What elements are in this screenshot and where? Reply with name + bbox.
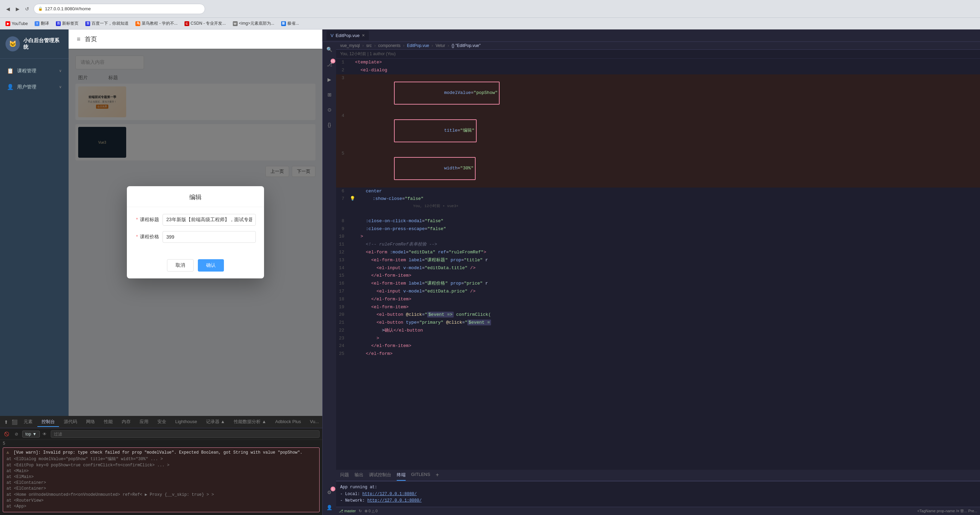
sync-icon[interactable]: ↻ (359, 509, 362, 513)
tab-lighthouse[interactable]: Lighthouse (171, 418, 201, 426)
breadcrumb-part-5[interactable]: Vetur (436, 43, 445, 48)
extensions-icon[interactable]: ⊞ (325, 90, 334, 99)
forward-button[interactable]: ▶ (14, 5, 21, 13)
devtools-tab-bar: ⬆ ⬛ 元素 控制台 源代码 网络 性能 内存 应用 安全 Lighthouse… (0, 416, 322, 428)
line-num-1: 1 (336, 59, 350, 66)
line-num-24: 24 (336, 343, 350, 350)
bookmark-cainiao[interactable]: 鸟 菜鸟教程 - 学的不... (133, 19, 180, 27)
line-content-10: > (350, 233, 980, 240)
tab-elements[interactable]: 元素 (19, 417, 37, 427)
menu-icon[interactable]: ≡ (77, 36, 81, 43)
url-text: 127.0.0.1:8080/#/home (45, 6, 91, 11)
settings-icon[interactable]: ⚙ 1 (325, 488, 334, 497)
tab-application[interactable]: 应用 (135, 417, 153, 427)
top-dropdown[interactable]: top ▼ (22, 431, 40, 437)
bookmark-newtab[interactable]: 百 新标签页 (53, 19, 81, 27)
account-icon[interactable]: 👤 (325, 503, 334, 512)
vs-tab-gitlens[interactable]: GITLENS (411, 470, 430, 481)
remote-icon[interactable]: ⊙ (325, 105, 334, 114)
tab-perf-insights[interactable]: 性能数据分析 ▲ (230, 417, 270, 427)
breadcrumb-part-2[interactable]: src (366, 43, 372, 48)
dialog-footer: 取消 确认 (127, 255, 264, 278)
logo-avatar: 🐱 (5, 37, 20, 51)
baidu-favicon: 百 (56, 21, 61, 26)
breadcrumb-part-6[interactable]: {} "EditPop.vue" (452, 43, 481, 48)
search-icon[interactable]: 🔍 (325, 45, 334, 54)
confirm-button[interactable]: 确认 (198, 259, 224, 272)
code-line-8: 8 :close-on-click-modal="false" (336, 218, 980, 225)
line-num-4: 4 (336, 113, 350, 120)
bookmark-jisu[interactable]: 极 极省... (278, 19, 302, 27)
tab-memory[interactable]: 内存 (118, 417, 135, 427)
sidebar-item-courses[interactable]: 📋 课程管理 ∨ (0, 63, 68, 79)
baidu2-favicon: 百 (85, 21, 90, 26)
add-terminal-button[interactable]: + (436, 470, 439, 481)
breadcrumb-part-3[interactable]: components (378, 43, 401, 48)
line-num-6: 6 (336, 188, 350, 195)
tab-console[interactable]: 控制台 (37, 417, 59, 427)
bookmark-cainiao-label: 菜鸟教程 - 学的不... (142, 21, 178, 26)
code-line-20: 20 <el-button @click="$event => confirmC… (336, 311, 980, 319)
field-label-price: * 课程价格 (135, 234, 159, 240)
console-stop-btn[interactable]: ⊘ (13, 431, 19, 437)
tab-security[interactable]: 安全 (153, 417, 170, 427)
price-input[interactable] (162, 231, 256, 243)
tab-adblock[interactable]: Adblock Plus (271, 418, 305, 426)
vs-tab-debug[interactable]: 调试控制台 (369, 470, 391, 481)
address-bar[interactable]: 🔒 127.0.0.1:8080/#/home (33, 4, 205, 14)
vscode-status-bar: ⎇ master ↻ ⊗ 0 △ 0 <TagName prop-name /≡… (336, 507, 980, 515)
vs-tab-terminal[interactable]: 终端 (397, 470, 406, 481)
line-content-25: </el-form> (350, 350, 980, 358)
line-content-6: center (350, 188, 980, 195)
line-num-14: 14 (336, 265, 350, 272)
vscode-file-tab[interactable]: V EditPop.vue ✕ (326, 31, 369, 40)
tab-recorder[interactable]: 记录器 ▲ (202, 417, 229, 427)
error-line-2: at <ElDialog modelValue="popShow" title=… (6, 456, 316, 462)
code-line-24: 24 </el-form-item> (336, 342, 980, 350)
refresh-button[interactable]: ↺ (23, 5, 31, 13)
source-control-icon[interactable]: ⎇ 15 (325, 60, 334, 69)
tab-performance[interactable]: 性能 (100, 417, 117, 427)
console-clear-btn[interactable]: 🚫 (3, 431, 11, 437)
line-num-15: 15 (336, 272, 350, 280)
sidebar-item-users[interactable]: 👤 用户管理 ∨ (0, 79, 68, 95)
breadcrumb-part-4[interactable]: EditPop.vue (407, 43, 429, 48)
line-num-21: 21 (336, 319, 350, 326)
console-line-number: 5 (3, 441, 320, 446)
left-side: 🐱 小白后台管理系统 📋 课程管理 ∨ (0, 30, 322, 515)
bookmark-baidu[interactable]: 百 百度一下，你就知道 (83, 19, 131, 27)
terminal-local-url[interactable]: http://127.0.0.1:8080/ (363, 492, 417, 496)
vs-tab-problems[interactable]: 问题 (340, 470, 349, 481)
code-line-17: 17 <el-input v-model="editData.price" /> (336, 288, 980, 296)
run-icon[interactable]: ▶ (325, 75, 334, 84)
git-branch[interactable]: ⎇ master (339, 509, 356, 513)
users-label: 用户管理 (17, 84, 37, 90)
code-icon[interactable]: {} (325, 120, 334, 130)
tab-vu[interactable]: Vu... (306, 418, 323, 426)
line-num-18: 18 (336, 296, 350, 303)
terminal-local: - Local: http://127.0.0.1:8080/ (340, 491, 976, 498)
bookmark-youtube[interactable]: ▶ YouTube (3, 20, 30, 27)
tab-close-icon[interactable]: ✕ (362, 33, 365, 38)
devtools-expand-btn[interactable]: ⬆ (3, 419, 10, 426)
cancel-button[interactable]: 取消 (167, 259, 194, 272)
terminal-network-url[interactable]: http://127.0.0.1:8080/ (367, 498, 422, 503)
line-content-12: <el-form :model="editData" ref="ruleFrom… (350, 249, 980, 256)
terminal-network: - Network: http://127.0.0.1:8080/ (340, 498, 976, 504)
bookmark-img[interactable]: W <img>元素底部为... (230, 19, 277, 27)
bookmark-csdn[interactable]: C CSDN - 专业开发... (182, 19, 229, 27)
devtools-collapse-btn[interactable]: ⬛ (10, 419, 19, 426)
breadcrumb-part-1[interactable]: vue_mysql (340, 43, 360, 48)
eye-icon-btn[interactable]: 👁 (41, 431, 48, 437)
bookmarks-bar: ▶ YouTube T 翻译 百 新标签页 百 百度一下，你就知道 鸟 菜鸟教程… (0, 18, 980, 30)
title-input[interactable] (162, 214, 256, 226)
vs-tab-output[interactable]: 输出 (355, 470, 363, 481)
line-content-24: </el-form-item> (350, 343, 980, 350)
bookmark-translate[interactable]: T 翻译 (32, 19, 52, 27)
bookmark-translate-label: 翻译 (41, 21, 49, 26)
back-button[interactable]: ◀ (4, 5, 12, 13)
dialog-title: 编辑 (127, 186, 264, 207)
console-filter-input[interactable] (51, 430, 320, 438)
tab-sources[interactable]: 源代码 (60, 417, 81, 427)
tab-network[interactable]: 网络 (82, 417, 99, 427)
